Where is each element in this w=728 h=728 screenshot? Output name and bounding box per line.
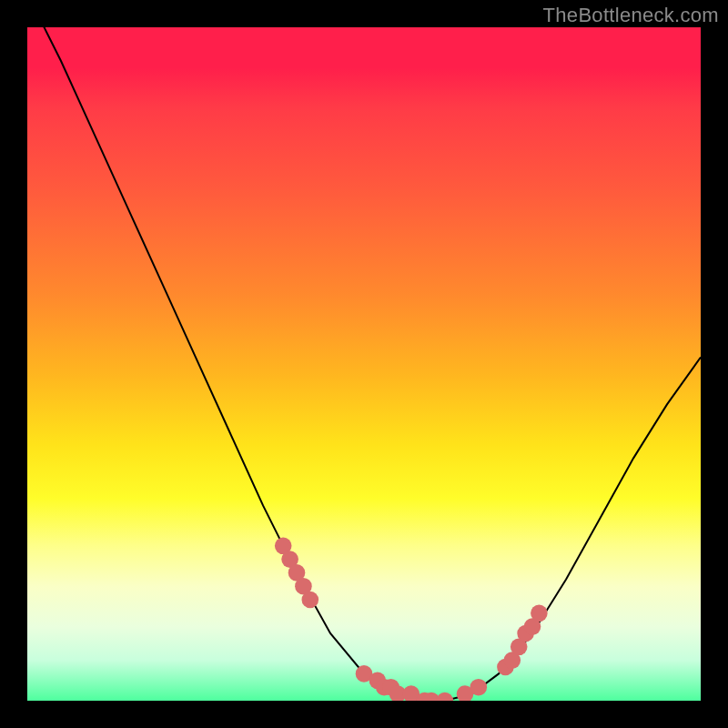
data-marker — [302, 592, 319, 609]
chart-frame: TheBottleneck.com — [0, 0, 728, 728]
data-marker — [531, 605, 548, 622]
data-markers — [275, 538, 548, 702]
bottleneck-curve — [27, 27, 701, 701]
chart-svg — [27, 27, 701, 701]
data-marker — [470, 679, 488, 696]
plot-area — [27, 27, 701, 701]
watermark-text: TheBottleneck.com — [543, 4, 719, 27]
data-marker — [437, 693, 454, 701]
